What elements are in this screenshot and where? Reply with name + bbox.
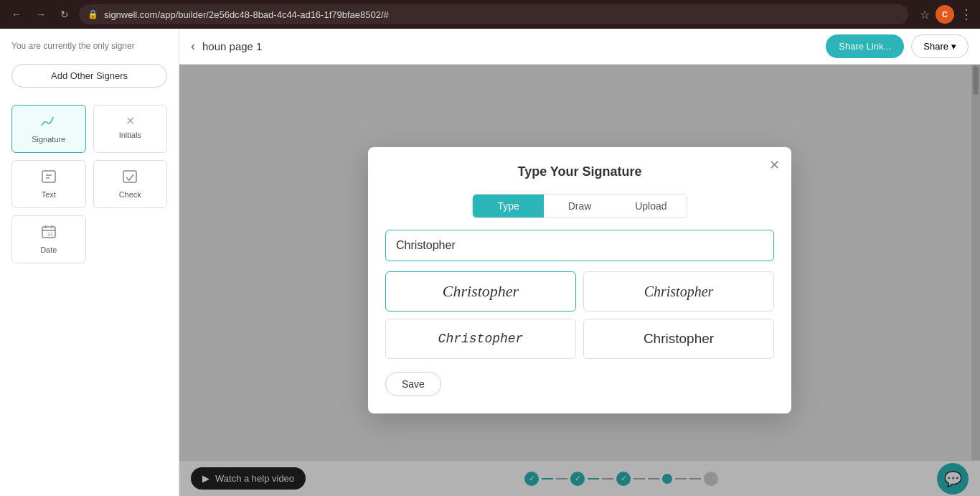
tool-text[interactable]: Text (11, 160, 86, 208)
modal-tabs: Type Draw Upload (472, 194, 687, 218)
top-bar: ‹ houn page 1 Share Link... Share ▾ (179, 29, 980, 65)
save-button[interactable]: Save (385, 372, 441, 396)
tab-draw[interactable]: Draw (544, 195, 615, 217)
user-avatar[interactable]: C (936, 5, 954, 24)
tool-check[interactable]: Check (93, 160, 168, 208)
top-bar-right: Share Link... Share ▾ (826, 34, 969, 58)
refresh-btn[interactable]: ↻ (56, 6, 73, 23)
signature-icon (40, 114, 57, 132)
back-button[interactable]: ‹ (191, 39, 195, 54)
signature-option-3[interactable]: Christopher (385, 319, 576, 359)
document-area: CH Sign Type Your Signature ✕ Type Draw … (179, 65, 980, 496)
modal-title: Type Your Signature (385, 164, 774, 179)
bookmark-icon[interactable]: ☆ (920, 8, 930, 22)
browser-actions: ☆ C ⋮ (920, 5, 973, 24)
signature-option-4[interactable]: Christopher (583, 319, 774, 359)
svg-text:31: 31 (47, 232, 53, 237)
tool-text-label: Text (42, 190, 56, 199)
main-content: ‹ houn page 1 Share Link... Share ▾ CH S… (179, 29, 980, 496)
signature-text-input[interactable] (385, 230, 774, 261)
back-nav-btn[interactable]: ← (7, 6, 26, 23)
tool-signature[interactable]: Signature (11, 105, 86, 153)
modal-close-button[interactable]: ✕ (769, 157, 780, 173)
tools-grid: Signature ✕ Initials Text (11, 105, 167, 263)
forward-nav-btn[interactable]: → (32, 6, 50, 23)
signature-option-2[interactable]: Christopher (583, 271, 774, 312)
page-title: houn page 1 (202, 40, 262, 52)
browser-chrome: ← → ↻ 🔒 signwell.com/app/builder/2e56dc4… (0, 0, 980, 29)
check-icon (122, 169, 138, 187)
menu-icon[interactable]: ⋮ (960, 6, 973, 22)
sidebar: You are currently the only signer Add Ot… (0, 29, 179, 496)
tool-initials-label: Initials (119, 131, 141, 139)
sig-text-1: Christopher (443, 282, 519, 301)
tab-upload[interactable]: Upload (616, 195, 687, 217)
initials-icon: ✕ (126, 114, 135, 128)
sig-text-3: Christopher (438, 332, 524, 346)
sig-text-4: Christopher (644, 331, 714, 347)
sig-text-2: Christopher (644, 284, 714, 300)
security-icon: 🔒 (88, 9, 98, 19)
share-button[interactable]: Share ▾ (911, 34, 969, 58)
app-layout: You are currently the only signer Add Ot… (0, 29, 980, 496)
tool-date[interactable]: 31 Date (11, 215, 86, 263)
add-signers-button[interactable]: Add Other Signers (11, 64, 167, 88)
sidebar-info: You are currently the only signer (11, 40, 167, 52)
svg-rect-0 (42, 171, 55, 182)
share-link-button[interactable]: Share Link... (826, 34, 904, 58)
url-text: signwell.com/app/builder/2e56dc48-8bad-4… (104, 9, 389, 20)
signature-options: Christopher Christopher Christopher Chri… (385, 271, 774, 359)
chevron-down-icon: ▾ (951, 41, 956, 52)
tool-initials[interactable]: ✕ Initials (93, 105, 168, 153)
modal-overlay: Type Your Signature ✕ Type Draw Upload C… (179, 65, 980, 496)
share-label: Share (923, 41, 948, 52)
text-icon (41, 169, 57, 187)
signature-modal: Type Your Signature ✕ Type Draw Upload C… (368, 147, 791, 413)
signature-option-1[interactable]: Christopher (385, 271, 576, 312)
svg-rect-3 (123, 171, 136, 182)
date-icon: 31 (41, 225, 57, 243)
tool-signature-label: Signature (32, 135, 65, 144)
tool-check-label: Check (119, 190, 141, 199)
address-bar[interactable]: 🔒 signwell.com/app/builder/2e56dc48-8bad… (79, 4, 908, 24)
tool-date-label: Date (40, 245, 57, 254)
tab-type[interactable]: Type (473, 195, 544, 217)
top-bar-left: ‹ houn page 1 (191, 39, 262, 54)
